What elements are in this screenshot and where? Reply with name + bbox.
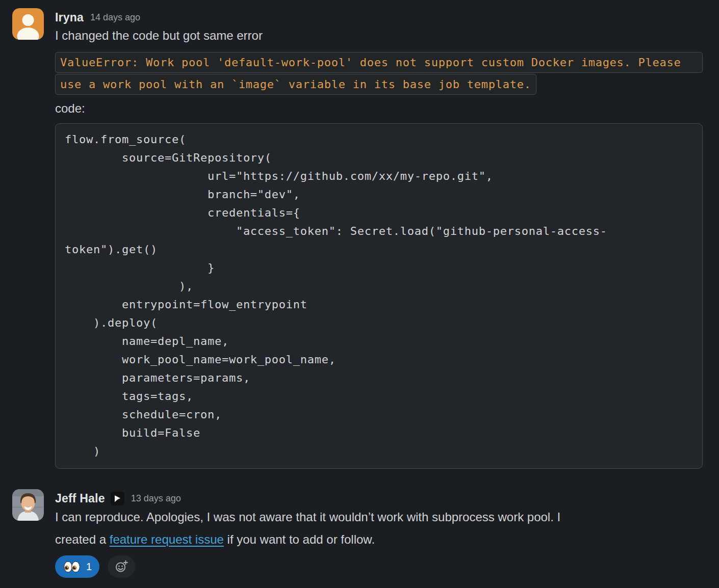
- code-line: build=False: [65, 424, 693, 442]
- reactions-bar: 1: [55, 555, 703, 578]
- text-after-link: if you want to add or follow.: [224, 532, 375, 546]
- code-line: credentials={: [65, 204, 693, 222]
- prefect-app-badge: [111, 492, 124, 505]
- code-line: branch="dev",: [65, 185, 693, 204]
- message-text: I changed the code but got same error: [55, 25, 703, 46]
- message-thread: Iryna 14 days ago I changed the code but…: [0, 0, 719, 578]
- author-name[interactable]: Iryna: [55, 11, 84, 24]
- code-line: work_pool_name=work_pool_name,: [65, 351, 693, 369]
- code-line: schedule=cron,: [65, 406, 693, 424]
- avatar[interactable]: [12, 489, 44, 521]
- message-header: Iryna 14 days ago: [55, 8, 703, 25]
- message-header: Jeff Hale 13 days ago: [55, 489, 703, 506]
- code-line: tags=tags,: [65, 387, 693, 406]
- add-reaction-button[interactable]: [108, 555, 135, 578]
- message-content: Iryna 14 days ago I changed the code but…: [55, 8, 703, 469]
- code-block: flow.from_source( source=GitRepository( …: [55, 123, 703, 469]
- avatar[interactable]: [12, 8, 44, 40]
- author-name[interactable]: Jeff Hale: [55, 492, 105, 505]
- code-label: code:: [55, 98, 703, 119]
- add-reaction-icon: [114, 559, 129, 574]
- code-line: token").get(): [65, 240, 693, 259]
- default-person-avatar-icon: [12, 8, 44, 40]
- eyes-reaction-pill[interactable]: 1: [55, 555, 99, 578]
- code-line: flow.from_source(: [65, 130, 693, 149]
- code-line: url="https://github.com/xx/my-repo.git",: [65, 167, 693, 185]
- code-line: parameters=params,: [65, 369, 693, 387]
- message-text-line-1: I can reproduce. Apologies, I was not aw…: [55, 506, 703, 528]
- code-line: }: [65, 259, 693, 277]
- eyes-emoji-icon: [63, 561, 81, 573]
- code-line: ).deploy(: [65, 314, 693, 332]
- message-jeff-hale: Jeff Hale 13 days ago I can reproduce. A…: [12, 489, 703, 578]
- error-inline-code-line-1: ValueError: Work pool 'default-work-pool…: [55, 52, 703, 73]
- code-line: ): [65, 442, 693, 461]
- message-text-line-2: created a feature request issue if you w…: [55, 528, 703, 551]
- code-line: entrypoint=flow_entrypoint: [65, 296, 693, 314]
- code-line: source=GitRepository(: [65, 149, 693, 167]
- reaction-count: 1: [86, 561, 92, 573]
- code-line: name=depl_name,: [65, 332, 693, 351]
- message-iryna: Iryna 14 days ago I changed the code but…: [12, 8, 703, 469]
- message-timestamp[interactable]: 13 days ago: [131, 493, 181, 504]
- text-before-link: created a: [55, 532, 110, 546]
- code-line: "access_token": Secret.load("github-pers…: [65, 222, 693, 240]
- error-inline-code-line-2: use a work pool with an `image` variable…: [55, 74, 536, 95]
- code-line: ),: [65, 277, 693, 296]
- prefect-logo-icon: [113, 494, 122, 503]
- message-timestamp[interactable]: 14 days ago: [90, 12, 140, 23]
- feature-request-link[interactable]: feature request issue: [110, 532, 224, 546]
- message-content: Jeff Hale 13 days ago I can reproduce. A…: [55, 489, 703, 578]
- profile-photo-avatar-icon: [12, 489, 44, 521]
- error-inline-code: ValueError: Work pool 'default-work-pool…: [55, 52, 703, 97]
